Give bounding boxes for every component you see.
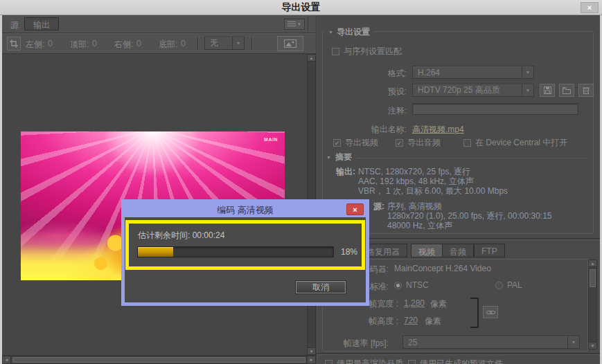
window-title: 导出设置 [282, 1, 321, 14]
use-previews-checkbox[interactable] [408, 360, 416, 364]
tab-output[interactable]: 输出 [24, 17, 59, 30]
eta-row: 估计剩余时间: 00:00:24 [138, 230, 224, 242]
match-sequence-label: 与序列设置匹配 [344, 46, 402, 57]
panel-menu-icon [287, 21, 296, 28]
source-panel: 源 输出 ▼ 左侧: 0 顶部: 0 右侧: 0 底部: 0 无 ▼ [2, 15, 316, 364]
settings-vertical-scrollbar[interactable]: ▲ ▼ [588, 260, 597, 349]
delete-preset-button[interactable] [578, 84, 594, 97]
scroll-down-icon[interactable]: ▼ [308, 347, 315, 354]
toolbar-divider [197, 37, 198, 50]
toolbar-divider [251, 37, 252, 50]
chain-link-icon [486, 310, 495, 315]
summary-output-line: VBR， 1 次, 目标 6.00, 最大 10.00 Mbps [358, 185, 508, 197]
format-dropdown[interactable]: H.264 ▼ [412, 66, 534, 79]
panel-menu-button[interactable]: ▼ [284, 19, 305, 30]
export-video-row: ✓ 导出视频 [333, 137, 378, 149]
match-sequence-row: 与序列设置匹配 [332, 46, 402, 57]
frame-width-value[interactable]: 1,280 [404, 298, 425, 308]
ntsc-radio-selected[interactable] [394, 282, 402, 289]
trash-icon [583, 87, 590, 94]
preset-dropdown[interactable]: HDTV 720p 25 高品质 ▼ [412, 84, 534, 97]
tab-ftp[interactable]: FTP [474, 244, 505, 257]
summary-header-line [356, 158, 588, 158]
crop-bottom-label: 底部: [159, 39, 177, 51]
export-settings-header: ▼ 导出设置 [325, 26, 373, 38]
use-previews-row: 使用已生成的预览文件 [408, 358, 503, 364]
frame-height-value[interactable]: 720 [404, 316, 418, 325]
scroll-left-icon[interactable]: ◄ [3, 356, 11, 363]
source-tabbar: 源 输出 ▼ [2, 15, 316, 33]
scroll-up-icon[interactable]: ▲ [589, 260, 596, 267]
window-titlebar: 导出设置 × [0, 0, 602, 15]
dialog-close-icon[interactable]: × [346, 203, 364, 215]
export-audio-row: ✓ 导出音频 [396, 137, 441, 149]
export-video-checkbox-checked[interactable]: ✓ [333, 139, 341, 147]
chevron-down-icon: ▼ [232, 37, 244, 49]
link-dimensions-button[interactable] [483, 306, 498, 318]
progress-bar [137, 246, 334, 257]
export-audio-label: 导出音频 [407, 137, 441, 149]
frame-rate-value: 25 [403, 338, 567, 347]
device-central-label: 在 Device Central 中打开 [475, 137, 567, 149]
chevron-down-icon: ▼ [567, 336, 579, 348]
crop-left-value[interactable]: 0 [48, 39, 53, 48]
tab-audio[interactable]: 音频 [442, 244, 474, 257]
frame-height-unit: 像素 [425, 316, 441, 327]
chevron-down-icon: ▼ [297, 22, 301, 26]
ntsc-label: NTSC [406, 280, 429, 290]
watermark-text: MAIN [264, 137, 278, 142]
frame-height-label: 帧高度 : [317, 316, 398, 327]
tab-source[interactable]: 源 [10, 19, 19, 31]
frame-rate-dropdown[interactable]: 25 ▼ [402, 336, 580, 349]
eta-value: 00:00:24 [193, 230, 225, 240]
comments-input[interactable] [412, 103, 578, 115]
export-audio-checkbox-checked[interactable]: ✓ [396, 139, 403, 147]
pal-radio[interactable] [495, 282, 503, 289]
tab-video[interactable]: 视频 [411, 244, 443, 257]
dimension-bracket [470, 298, 479, 328]
scroll-right-icon[interactable]: ► [307, 356, 315, 363]
highlight-box: 估计剩余时间: 00:00:24 18% [125, 220, 365, 270]
crop-right-label: 右侧: [114, 39, 133, 51]
use-previews-label: 使用已生成的预览文件 [420, 358, 503, 364]
summary-header: ▼ 摘要 [326, 152, 588, 163]
crop-preview-button[interactable] [277, 36, 303, 51]
summary-title: 摘要 [335, 152, 352, 163]
crop-icon [10, 39, 18, 48]
output-name-link[interactable]: 高清视频.mp4 [412, 124, 464, 136]
window-close-icon[interactable]: × [581, 2, 599, 13]
scroll-down-icon[interactable]: ▼ [589, 342, 596, 349]
crop-ratio-dropdown[interactable]: 无 ▼ [204, 37, 245, 50]
summary-source-line: 48000 Hz, 立体声 [387, 220, 452, 232]
crop-button[interactable] [7, 37, 21, 51]
crop-top-value[interactable]: 0 [92, 39, 97, 48]
preview-horizontal-scrollbar[interactable]: ◄ ► [2, 356, 316, 364]
codec-value: MainConcept H.264 Video [394, 264, 491, 273]
section-divider [317, 353, 600, 354]
crop-bottom-value[interactable]: 0 [181, 39, 186, 48]
vertical-scroll-thumb[interactable] [590, 269, 596, 287]
dialog-title: 编码 高清视频 [217, 204, 274, 217]
crop-toolbar: 左侧: 0 顶部: 0 右侧: 0 底部: 0 无 ▼ [2, 33, 316, 54]
collapse-triangle-icon[interactable]: ▼ [328, 30, 333, 35]
preset-label: 预设: [337, 86, 407, 98]
save-preset-button[interactable] [540, 84, 555, 97]
import-preset-button[interactable] [559, 84, 574, 97]
chevron-down-icon: ▼ [522, 66, 533, 78]
window-frame-left [0, 15, 2, 364]
max-quality-row: 使用最高渲染品质 [325, 358, 403, 364]
max-quality-checkbox[interactable] [325, 360, 333, 364]
horizontal-scroll-thumb[interactable] [12, 357, 306, 363]
dialog-titlebar: 编码 高清视频 × [125, 203, 366, 217]
format-label: 格式: [337, 68, 407, 80]
cancel-button[interactable]: 取消 [296, 281, 346, 293]
crop-top-label: 顶部: [70, 39, 89, 51]
export-settings-title: 导出设置 [337, 26, 370, 38]
progress-bar-fill [138, 247, 173, 257]
device-central-checkbox[interactable] [463, 139, 471, 147]
match-sequence-checkbox[interactable] [332, 48, 339, 55]
collapse-triangle-icon[interactable]: ▼ [326, 155, 331, 160]
scroll-up-icon[interactable]: ▲ [308, 55, 315, 62]
crop-right-value[interactable]: 0 [136, 39, 141, 48]
chevron-down-icon: ▼ [522, 84, 533, 96]
